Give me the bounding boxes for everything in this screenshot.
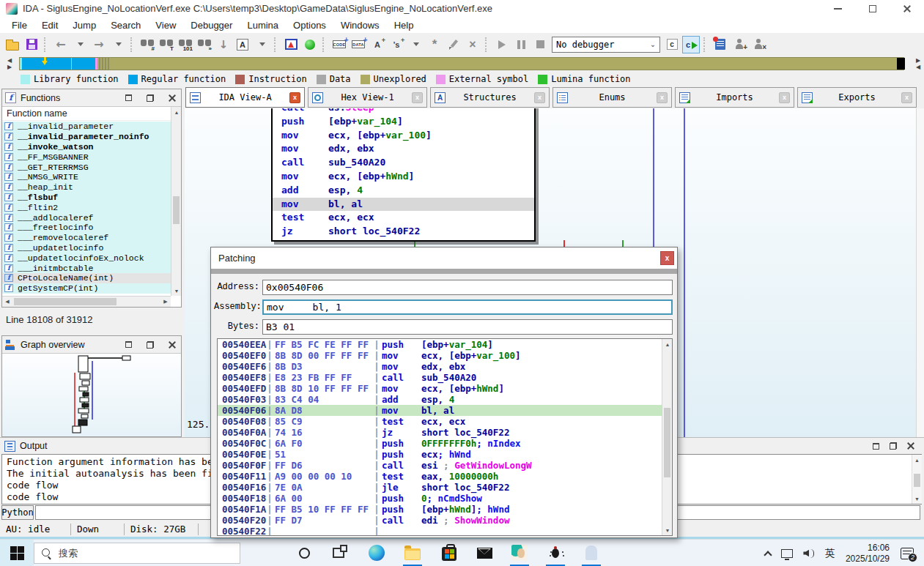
disassembly-line[interactable]: movecx, [ebp+hWnd] [273, 170, 534, 184]
problems-list-button[interactable] [282, 36, 300, 53]
navband-left-arrows[interactable]: ◀▶ [4, 57, 15, 70]
menu-item-lumina[interactable]: Lumina [240, 18, 286, 32]
tab-ida-view-a[interactable]: IDA View-Ax [185, 87, 305, 108]
make-code-button[interactable]: CODE [330, 36, 348, 53]
function-row[interactable]: f__heap_init [2, 182, 171, 193]
open-file-button[interactable] [4, 36, 21, 53]
disassembly-line[interactable]: movecx, [ebp+var_100] [273, 129, 534, 143]
maximize-button[interactable] [855, 0, 890, 17]
function-row[interactable]: f__FF_MSGBANNER [2, 152, 171, 162]
listing-row[interactable]: 00540EF6|8B D3|movedx, ebx [218, 361, 672, 372]
delete-watch-button[interactable]: × [750, 36, 767, 53]
scroll-up-icon[interactable]: ▲ [662, 339, 673, 349]
listing-row[interactable]: 00540F0C|6A F0|push0FFFFFFF0h; nIndex [218, 438, 672, 449]
output-scrollbar[interactable]: ▲ ▼ [912, 455, 922, 504]
listing-row[interactable]: 00540F11|A9 00 00 00 10|testeax, 1000000… [218, 471, 672, 482]
tray-expand-button[interactable] [760, 540, 776, 566]
disassembly-line[interactable]: callsub_540A20 [273, 156, 534, 170]
ascii-view-button[interactable]: A [234, 36, 251, 53]
function-row[interactable]: f___freetlocinfo [2, 223, 171, 233]
close-button[interactable]: x [660, 251, 674, 265]
tab-close-icon[interactable]: x [779, 92, 790, 103]
listing-row[interactable]: 00540EEA|FF B5 FC FE FF FF|push[ebp+var_… [218, 339, 672, 350]
assembly-field[interactable] [262, 299, 673, 315]
listing-row[interactable]: 00540F0E|51|pushecx; hWnd [218, 449, 672, 460]
close-button[interactable] [166, 339, 178, 351]
restore-button[interactable] [870, 440, 882, 452]
function-row[interactable]: f___updatetlocinfo [2, 243, 171, 253]
disassembly-line[interactable]: push[ebp+var_104] [273, 115, 534, 129]
navband-right-arrows[interactable]: ▶◀ [914, 57, 923, 70]
menu-item-debugger[interactable]: Debugger [183, 18, 240, 32]
function-row[interactable]: f__updatetlocinfoEx_nolock [2, 253, 171, 263]
function-row[interactable]: f__invalid_parameter [2, 122, 171, 132]
pause-debugger-button[interactable] [512, 36, 530, 53]
disassembly-line[interactable]: testecx, ecx [273, 211, 534, 225]
continue-process-button[interactable]: c [682, 36, 700, 53]
menu-item-view[interactable]: View [148, 18, 183, 32]
listing-row[interactable]: 00540F03|83 C4 04|addesp, 4 [218, 394, 672, 405]
scroll-down-icon[interactable]: ▼ [662, 525, 673, 535]
ida-taskbar-button[interactable] [506, 540, 533, 566]
close-button[interactable] [890, 0, 924, 17]
tab-imports[interactable]: Importsx [675, 87, 794, 108]
tab-close-icon[interactable]: x [657, 92, 668, 103]
float-button[interactable] [144, 339, 156, 351]
function-name-column-header[interactable]: Function name [2, 107, 181, 121]
cortana-button[interactable] [291, 540, 317, 566]
search-next-button[interactable]: » [196, 36, 213, 53]
restore-button[interactable] [122, 92, 134, 104]
float-button[interactable] [144, 92, 156, 104]
undefine-button[interactable]: × [464, 36, 481, 53]
app-button[interactable] [578, 540, 605, 566]
scroll-up-icon[interactable]: ▲ [912, 455, 922, 465]
scroll-thumb[interactable] [14, 298, 117, 305]
listing-row[interactable]: 00540EFD|8B 8D 10 FF FF FF|movecx, [ebp+… [218, 383, 672, 394]
navigate-back-button[interactable]: ← [52, 36, 70, 53]
tab-close-icon[interactable]: x [412, 92, 423, 103]
tab-structures[interactable]: Structuresx [430, 87, 550, 108]
patching-dialog-titlebar[interactable]: Patching [211, 247, 677, 269]
function-row[interactable]: f__fltin2 [2, 202, 171, 212]
scroll-down-icon[interactable]: ▼ [912, 494, 922, 504]
save-file-button[interactable] [23, 36, 40, 53]
listing-row[interactable]: 00540EF8|E8 23 FB FF FF|callsub_540A20 [218, 372, 672, 383]
disassembly-line[interactable]: movbl, al [273, 198, 534, 212]
menu-item-file[interactable]: File [4, 18, 34, 32]
search-names-button[interactable]: # [138, 36, 156, 53]
scroll-left-icon[interactable]: ◀ [2, 297, 12, 307]
function-list-vscrollbar[interactable]: ▲ ▼ [171, 107, 181, 296]
function-row[interactable]: f__NMSG_WRITE [2, 172, 171, 182]
menu-item-windows[interactable]: Windows [333, 18, 387, 32]
menu-item-jump[interactable]: Jump [65, 18, 103, 32]
scroll-thumb[interactable] [914, 474, 920, 487]
navband-strip[interactable] [19, 57, 904, 70]
graph-view-scrollbar[interactable] [916, 108, 924, 437]
tab-hex-view-1[interactable]: Hex View-1x [308, 87, 427, 108]
notification-center-button[interactable]: 2 [895, 540, 924, 566]
disassembly-line[interactable]: addesp, 4 [273, 184, 534, 198]
scroll-thumb[interactable] [173, 196, 180, 224]
debugger-options-button[interactable] [712, 36, 729, 53]
debugger-select[interactable]: No debugger⌄ [552, 37, 660, 53]
listing-row[interactable]: 00540F0F|FF D6|callesi ; GetWindowLongW [218, 460, 672, 471]
listing-row[interactable]: 00540F08|85 C9|testecx, ecx [218, 416, 672, 427]
disassembly-node[interactable]: callds:Sleeppush[ebp+var_104]movecx, [eb… [271, 108, 536, 242]
listing-row[interactable]: 00540EF0|8B 8D 00 FF FF FF|movecx, [ebp+… [218, 350, 672, 361]
tab-exports[interactable]: Exportsx [797, 87, 917, 108]
address-field[interactable] [262, 280, 673, 295]
store-button[interactable] [436, 540, 462, 566]
close-button[interactable] [905, 440, 917, 452]
forward-history-button[interactable] [109, 36, 127, 53]
menu-item-help[interactable]: Help [387, 18, 421, 32]
rename-button[interactable]: A [369, 36, 386, 53]
function-row[interactable]: f__invoke_watson [2, 142, 171, 152]
function-row[interactable]: f__invalid_parameter_noinfo [2, 132, 171, 142]
scroll-right-icon[interactable]: ▶ [160, 297, 171, 307]
menu-item-edit[interactable]: Edit [34, 18, 65, 32]
tab-close-icon[interactable]: x [901, 92, 912, 103]
graph-overview-titlebar[interactable]: Graph overview [2, 336, 181, 354]
taskbar-search-box[interactable]: 搜索 [34, 543, 240, 564]
minimize-button[interactable] [821, 0, 855, 17]
scroll-down-icon[interactable]: ▼ [171, 286, 182, 296]
